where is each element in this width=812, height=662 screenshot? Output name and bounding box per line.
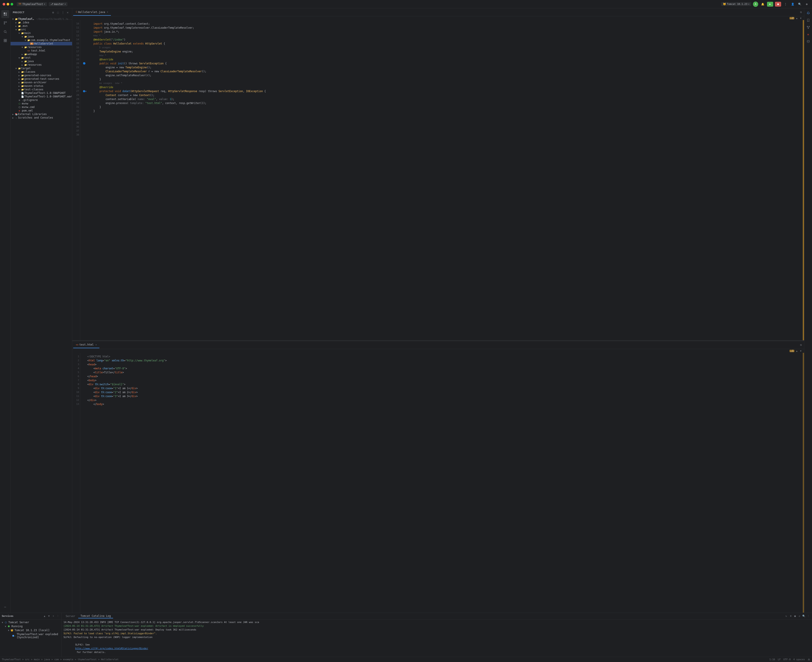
tree-item-test-classes[interactable]: ▶ 📁 test-classes [11, 88, 72, 91]
tree-item-main[interactable]: ▼ 📁 main [11, 31, 72, 35]
log-content: 14-May-2024 13:31:28.453 INFO [RMI TCP C… [62, 619, 812, 657]
status-position[interactable]: 1:16 [769, 658, 775, 661]
services-more-icon[interactable]: ⋮ [56, 614, 60, 618]
tree-item-external-libraries[interactable]: ▶ 📚 External Libraries [11, 112, 72, 116]
arrow-icon: ▶ [14, 25, 18, 27]
tree-item-generated-test-sources[interactable]: ▶ 📁 generated-test-sources [11, 77, 72, 81]
sidebar-action-settings[interactable]: ⚙ [51, 10, 55, 14]
run-button[interactable]: ▶ [767, 2, 773, 6]
expand-all-icon[interactable]: ▼ [799, 17, 802, 19]
log-search-icon[interactable]: 🔍 [802, 614, 806, 618]
close-button[interactable] [3, 3, 5, 5]
tree-item-generated-sources[interactable]: ▶ 📁 generated-sources [11, 74, 72, 77]
log-stop-icon[interactable]: ■ [793, 614, 797, 618]
services-item-tomcat-server[interactable]: ▼ ⬡ Tomcat Server [0, 620, 61, 624]
tree-item-mvnw[interactable]: ⬡ mvnw [11, 102, 72, 105]
services-expand-icon[interactable]: ▼ [47, 614, 51, 618]
tree-item-maven-archiver[interactable]: ▶ 📁 maven-archiver [11, 81, 72, 84]
tab-close-icon[interactable]: × [95, 344, 97, 346]
right-bar-structure-icon[interactable] [805, 24, 811, 31]
log-tab-catalina[interactable]: Tomcat Catalina Log [78, 614, 113, 619]
tree-item-classes[interactable]: ▶ 📁 classes [11, 70, 72, 74]
log-restart-icon[interactable]: ↺ [798, 614, 801, 618]
tree-item-scratches[interactable]: ▶ ✏️ Scratches and Consoles [11, 116, 72, 119]
tree-item-mvnw-cmd[interactable]: ⬡ mvnw.cmd [11, 105, 72, 109]
settings-button[interactable]: ⚙ [804, 2, 809, 7]
file-icon: 📄 [21, 92, 24, 94]
sidebar-action-close[interactable]: ✕ [66, 10, 70, 14]
tree-item-root[interactable]: ▼ 📁 ThymeleafTest ~/Desktop/CS/JavaEE/1.… [11, 17, 72, 21]
tree-item-test[interactable]: ▼ 📁 test [11, 56, 72, 59]
collapse-all-icon[interactable]: ▲ [795, 350, 798, 352]
log-more-icon[interactable]: ⋮ [806, 614, 810, 618]
tree-item-maven-status[interactable]: ▶ 📁 maven-status [11, 84, 72, 88]
collapse-all-icon[interactable]: ▲ [795, 17, 798, 19]
stop-button[interactable]: ■ [775, 2, 781, 6]
right-bar-database-icon[interactable] [805, 39, 811, 45]
tab-test-html[interactable]: <> test.html × [73, 342, 100, 348]
tree-item-hello-servlet[interactable]: C HelloServlet [11, 42, 72, 45]
tree-item-webapp[interactable]: ▶ 📁 webapp [11, 53, 72, 56]
minimize-button[interactable] [6, 3, 9, 5]
services-item-tomcat-instance[interactable]: ▼ 🐱 Tomcat 10.1.23 [local] [0, 628, 61, 632]
status-indent[interactable]: 4 spaces [793, 658, 805, 661]
log-refresh-icon[interactable]: ↻ [784, 614, 788, 618]
activity-project-icon[interactable] [1, 10, 9, 18]
activity-vcs-icon[interactable] [1, 19, 9, 27]
sidebar-action-collapse[interactable]: ⬚ [56, 10, 60, 14]
code-content-top[interactable]: 1011121314 1516171819 2021222324 2526272… [72, 20, 804, 340]
services-collapse-icon[interactable]: ▲ [43, 614, 47, 618]
branch-selector[interactable]: ⎇ master ▼ [49, 2, 68, 6]
notifications-icon[interactable]: 🔔 [760, 2, 765, 7]
log-pause-icon[interactable]: ⏸ [789, 614, 793, 618]
right-bar-maven-icon[interactable]: m [805, 31, 811, 37]
tree-item-java-dir[interactable]: ▼ 📁 java [11, 35, 72, 39]
tree-item-pom-xml[interactable]: m pom.xml [11, 109, 72, 112]
tree-item-snapshot-war[interactable]: 📄 ThymeleafTest-1.0-SNAPSHOT.war [11, 95, 72, 98]
sidebar-header: Project ⚙ ⬚ ⋮ ✕ [11, 8, 72, 16]
tree-item-snapshot[interactable]: 📄 ThymeleafTest-1.0-SNAPSHOT [11, 91, 72, 95]
tree-item-mvn[interactable]: ▶ 📁 .mvn [11, 24, 72, 28]
tree-item-gitignore[interactable]: ⊘ .gitignore [11, 98, 72, 102]
tree-item-idea[interactable]: ▶ 📁 .idea [11, 21, 72, 24]
tree-item-test-html[interactable]: <> test.html [11, 49, 72, 53]
status-breadcrumb[interactable]: ThymeleafTest > src > main > java > com … [2, 658, 119, 661]
more-actions-button[interactable]: ⋮ [783, 2, 788, 7]
search-button[interactable]: 🔍 [797, 2, 802, 7]
right-bar-bookmarks-icon[interactable] [805, 17, 811, 23]
services-item-artifact[interactable]: ✓ ThymeleafTest:war exploded [Synchroniz… [0, 632, 61, 639]
tree-item-test-resources[interactable]: ▶ 📁 resources [11, 63, 72, 67]
project-title[interactable]: TT ThymeleafTest ▼ [17, 2, 47, 6]
status-line-ending[interactable]: LF [778, 658, 781, 661]
right-bar-notifications-icon[interactable] [805, 10, 811, 16]
status-expand-icon[interactable] [807, 658, 810, 661]
activity-more-icon[interactable]: ⋯ [1, 603, 9, 611]
tomcat-config[interactable]: 🐱 Tomcat 10.1.23 ▼ [721, 2, 751, 6]
tab-close-icon[interactable]: × [107, 11, 108, 13]
expand-all-icon[interactable]: ▼ [799, 350, 802, 352]
tree-item-test-java[interactable]: ▶ 📁 java [11, 59, 72, 63]
avatar-button[interactable]: A [753, 2, 758, 7]
tree-item-target[interactable]: ▼ 📁 target [11, 67, 72, 70]
code-content-bottom[interactable]: 12345 678910 111213 <!DOCTYPE html> <htm… [72, 353, 804, 613]
maximize-button[interactable] [11, 3, 13, 5]
services-item-running[interactable]: ▼ Running [0, 624, 61, 628]
folder-icon: 📁 [21, 74, 24, 77]
tree-item-package[interactable]: ▼ 📁 com.example.thymeleaftest [11, 39, 72, 42]
tomcat-label: Tomcat 10.1.23 [727, 3, 748, 5]
sidebar-action-more[interactable]: ⋮ [61, 10, 65, 14]
webapp-folder-icon: 📁 [24, 53, 27, 56]
services-add-icon[interactable]: + [51, 614, 55, 618]
activity-plugins-icon[interactable] [1, 37, 9, 45]
tab-hello-servlet[interactable]: C HelloServlet.java × [73, 9, 111, 16]
log-tab-server[interactable]: Server [63, 614, 77, 618]
tree-item-resources[interactable]: ▼ 📁 resources [11, 45, 72, 49]
arrow-icon: ▼ [18, 57, 21, 59]
slf4j-link[interactable]: http://www.slf4j.org/codes.html#StaticLo… [75, 647, 148, 650]
split-editor-icon[interactable]: ⧉ [799, 343, 803, 347]
activity-find-icon[interactable] [1, 28, 9, 36]
tree-item-src[interactable]: ▼ 📁 src [11, 28, 72, 31]
split-editor-icon[interactable]: ⧉ [799, 10, 803, 14]
status-encoding[interactable]: UTF-8 [783, 658, 791, 661]
account-icon[interactable]: 👤 [790, 2, 795, 7]
